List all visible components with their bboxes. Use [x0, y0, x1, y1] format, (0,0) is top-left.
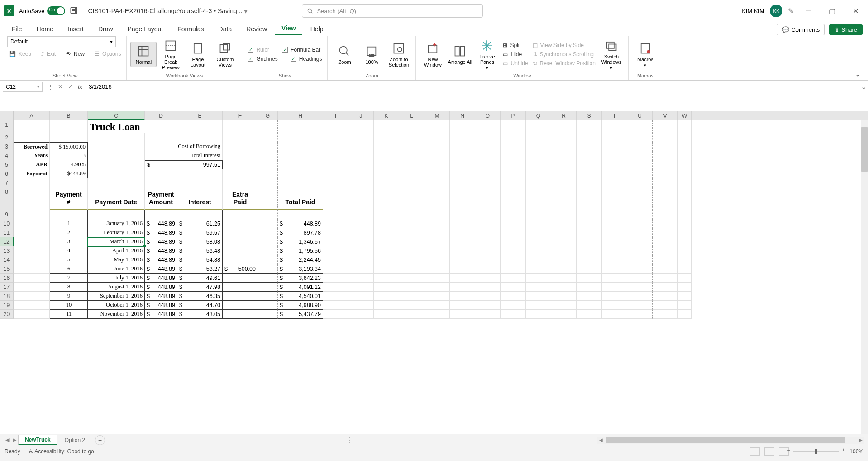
col-header-M[interactable]: M: [424, 111, 450, 120]
interest[interactable]: $53.27: [177, 264, 223, 274]
cell[interactable]: [678, 133, 692, 142]
unhide-button[interactable]: ▭Unhide: [501, 59, 529, 67]
freeze-panes-button[interactable]: Freeze Panes ▾: [474, 37, 500, 72]
cell[interactable]: [88, 151, 145, 160]
row-header-11[interactable]: 11: [0, 228, 14, 237]
cell[interactable]: [424, 264, 450, 274]
cell[interactable]: [374, 255, 399, 264]
cell[interactable]: [678, 210, 692, 219]
exit-button[interactable]: ⤴Exit: [39, 50, 57, 58]
cell[interactable]: [258, 246, 278, 255]
cell[interactable]: [14, 178, 50, 187]
interest[interactable]: $58.08: [177, 237, 223, 246]
row-header-20[interactable]: 20: [0, 310, 14, 319]
cell[interactable]: [577, 160, 602, 169]
spreadsheet-grid[interactable]: ABCDEFGHIJKLMNOPQRSTUVW 1Truck Loan23Bor…: [0, 111, 868, 434]
cell[interactable]: [627, 133, 653, 142]
cell[interactable]: [424, 274, 450, 283]
cell[interactable]: [627, 142, 653, 151]
cell[interactable]: [577, 187, 602, 210]
payment-num[interactable]: 6: [50, 264, 88, 274]
cell[interactable]: [424, 310, 450, 319]
title-cell[interactable]: Truck Loan: [88, 120, 177, 133]
cell[interactable]: [323, 133, 348, 142]
cell[interactable]: [551, 283, 577, 292]
cell[interactable]: [653, 246, 678, 255]
cell[interactable]: [678, 120, 692, 133]
cell[interactable]: [348, 246, 374, 255]
cell[interactable]: [475, 237, 501, 246]
cell[interactable]: [501, 133, 526, 142]
cell[interactable]: [450, 133, 475, 142]
cell[interactable]: [475, 142, 501, 151]
cell[interactable]: [223, 142, 258, 151]
cell[interactable]: [653, 264, 678, 274]
tab-help[interactable]: Help: [304, 23, 330, 35]
cell[interactable]: [475, 133, 501, 142]
cell[interactable]: [177, 210, 223, 219]
cell[interactable]: [177, 169, 223, 178]
cell[interactable]: [399, 264, 424, 274]
cell[interactable]: [450, 274, 475, 283]
cell[interactable]: [450, 178, 475, 187]
cell[interactable]: [450, 292, 475, 301]
accept-formula-icon[interactable]: ✓: [65, 83, 75, 90]
cell[interactable]: [602, 264, 627, 274]
borrowed-label[interactable]: Borrowed: [14, 142, 50, 151]
cell[interactable]: [551, 219, 577, 228]
payment-date[interactable]: May 1, 2016: [88, 255, 145, 264]
cell[interactable]: [577, 219, 602, 228]
accessibility-status[interactable]: ♿︎ Accessibility: Good to go: [29, 448, 94, 455]
select-all-corner[interactable]: [0, 111, 14, 120]
cell[interactable]: [50, 178, 88, 187]
cell[interactable]: [424, 160, 450, 169]
cell[interactable]: [551, 292, 577, 301]
cell[interactable]: [323, 228, 348, 237]
payment-date[interactable]: June 1, 2016: [88, 264, 145, 274]
cell[interactable]: [348, 120, 374, 133]
payment-date[interactable]: April 1, 2016: [88, 246, 145, 255]
borrowed-value[interactable]: $ 15,000.00: [50, 142, 88, 151]
title-dropdown-icon[interactable]: ▾: [244, 7, 248, 15]
cell[interactable]: [501, 210, 526, 219]
keep-button[interactable]: 💾Keep: [7, 50, 33, 58]
cell[interactable]: [653, 151, 678, 160]
cell[interactable]: [323, 210, 348, 219]
col-header-F[interactable]: F: [223, 111, 258, 120]
add-sheet-button[interactable]: +: [95, 435, 105, 445]
cell[interactable]: [526, 151, 551, 160]
cell[interactable]: [551, 142, 577, 151]
cell[interactable]: [551, 151, 577, 160]
cell[interactable]: [627, 310, 653, 319]
cell[interactable]: [678, 255, 692, 264]
cell[interactable]: [475, 160, 501, 169]
cell[interactable]: [627, 160, 653, 169]
cell[interactable]: [653, 169, 678, 178]
cell[interactable]: [348, 133, 374, 142]
hdr-interest[interactable]: Interest: [177, 187, 223, 210]
cell[interactable]: [450, 187, 475, 210]
cell[interactable]: [627, 210, 653, 219]
cell[interactable]: [424, 151, 450, 160]
cell[interactable]: [551, 210, 577, 219]
cell[interactable]: [278, 160, 323, 169]
cell[interactable]: [602, 228, 627, 237]
cell[interactable]: [653, 219, 678, 228]
row-header-16[interactable]: 16: [0, 274, 14, 283]
payment-amount[interactable]: $448.89: [145, 274, 177, 283]
cell[interactable]: [348, 301, 374, 310]
cell[interactable]: [258, 160, 278, 169]
cell[interactable]: [577, 142, 602, 151]
total-paid[interactable]: $2,244.45: [278, 255, 323, 264]
search-input[interactable]: Search (Alt+Q): [302, 4, 483, 18]
cell[interactable]: [14, 210, 50, 219]
row-header-18[interactable]: 18: [0, 292, 14, 301]
extra-paid[interactable]: [223, 246, 258, 255]
cell[interactable]: [627, 169, 653, 178]
cell[interactable]: [399, 310, 424, 319]
cell[interactable]: [348, 228, 374, 237]
col-header-J[interactable]: J: [348, 111, 374, 120]
cell[interactable]: [374, 120, 399, 133]
col-header-I[interactable]: I: [323, 111, 348, 120]
total-paid[interactable]: $4,091.12: [278, 283, 323, 292]
